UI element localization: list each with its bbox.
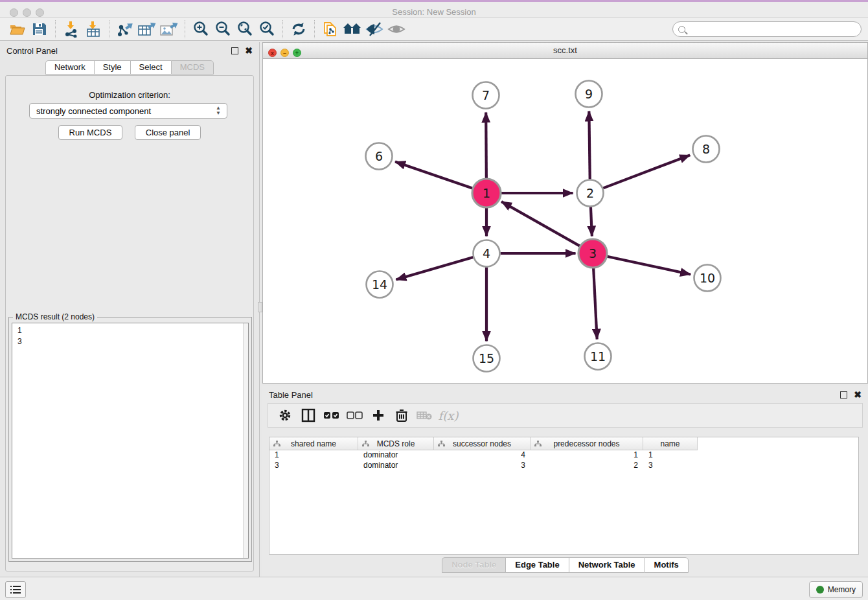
zoom-in-icon[interactable] — [190, 19, 212, 39]
toolbar-separator — [109, 20, 109, 38]
result-scrollbar[interactable] — [243, 323, 248, 558]
edge-2-3[interactable] — [591, 207, 592, 236]
graph-node-2[interactable]: 2 — [577, 180, 604, 207]
network-window-title: scc.txt — [263, 43, 867, 58]
graph-node-6[interactable]: 6 — [366, 143, 393, 170]
import-table-icon[interactable] — [82, 19, 104, 39]
task-history-button[interactable] — [5, 581, 26, 598]
add-column-icon[interactable] — [367, 406, 390, 425]
edge-2-9[interactable] — [589, 111, 589, 179]
close-panel-icon[interactable]: ✖ — [245, 46, 253, 55]
table-cell[interactable]: 4 — [434, 450, 531, 461]
open-session-icon[interactable] — [6, 19, 29, 39]
panel-divider-grip[interactable] — [258, 302, 262, 312]
graph-node-11[interactable]: 11 — [585, 343, 611, 370]
show-details-icon[interactable] — [385, 19, 407, 39]
column-header-name[interactable]: name — [643, 437, 698, 450]
save-session-icon[interactable] — [29, 19, 51, 39]
toolbar-separator — [282, 20, 283, 38]
table-cell[interactable]: 1 — [643, 450, 698, 461]
edge-1-6[interactable] — [395, 162, 474, 189]
tab-network[interactable]: Network — [45, 60, 94, 75]
table-cell[interactable]: 1 — [269, 450, 358, 461]
mcds-result-text[interactable]: 13 — [12, 323, 249, 559]
first-neighbors-icon[interactable] — [341, 19, 363, 39]
columns-icon[interactable] — [297, 406, 320, 425]
table-cell[interactable]: 1 — [531, 450, 643, 461]
table-row[interactable]: 3dominator323 — [269, 461, 858, 471]
function-builder-icon[interactable]: f(x) — [437, 406, 460, 425]
table-cell[interactable]: 3 — [269, 461, 358, 471]
graph-node-9[interactable]: 9 — [576, 81, 602, 108]
import-network-icon[interactable] — [60, 19, 82, 39]
float-panel-icon[interactable] — [231, 47, 238, 54]
tab-edge-table[interactable]: Edge Table — [505, 557, 568, 573]
graph-node-3[interactable]: 3 — [578, 239, 607, 268]
export-table-icon[interactable] — [136, 19, 158, 39]
tab-motifs[interactable]: Motifs — [645, 557, 689, 573]
search-input[interactable] — [688, 23, 861, 36]
edge-1-7[interactable] — [486, 112, 486, 179]
table-header-row: shared nameMCDS rolesuccessor nodesprede… — [269, 437, 858, 450]
edge-2-8[interactable] — [603, 155, 690, 188]
graph-node-10[interactable]: 10 — [694, 265, 721, 292]
column-header-predecessor-nodes[interactable]: predecessor nodes — [531, 437, 643, 450]
tab-style[interactable]: Style — [94, 60, 130, 75]
memory-button[interactable]: Memory — [809, 581, 863, 598]
tab-network-table[interactable]: Network Table — [569, 557, 645, 573]
dropdown-stepper-icon: ▲▼ — [215, 106, 222, 116]
hide-details-icon[interactable] — [363, 19, 385, 39]
gear-icon[interactable] — [273, 406, 297, 425]
search-field[interactable] — [672, 21, 862, 37]
node-label: 15 — [479, 351, 494, 365]
graph-node-1[interactable]: 1 — [472, 179, 501, 207]
graph-node-8[interactable]: 8 — [693, 136, 720, 163]
column-header-shared-name[interactable]: shared name — [269, 437, 358, 450]
graph-node-14[interactable]: 14 — [367, 271, 393, 298]
close-panel-button[interactable]: Close panel — [135, 125, 201, 140]
edge-3-10[interactable] — [606, 257, 691, 275]
network-maximize-button[interactable]: + — [293, 49, 301, 57]
edge-3-1[interactable] — [501, 202, 580, 246]
search-icon — [678, 26, 685, 33]
column-header-successor-nodes[interactable]: successor nodes — [434, 437, 531, 450]
delete-table-icon[interactable] — [413, 406, 437, 425]
table-cell[interactable]: dominator — [358, 461, 434, 471]
network-close-button[interactable]: x — [268, 49, 277, 57]
node-label: 7 — [482, 88, 490, 102]
select-all-icon[interactable] — [320, 406, 343, 425]
refresh-icon[interactable] — [288, 19, 310, 39]
network-view-window: x–+ scc.txt 7968124314101511 — [262, 42, 868, 384]
edge-4-14[interactable] — [396, 257, 473, 280]
table-cell[interactable]: dominator — [358, 450, 434, 461]
table-row[interactable]: 1dominator411 — [269, 450, 858, 461]
close-table-panel-icon[interactable]: ✖ — [854, 390, 862, 399]
graph-node-4[interactable]: 4 — [474, 240, 500, 267]
export-network-icon[interactable] — [114, 19, 136, 39]
zoom-selected-icon[interactable] — [256, 19, 278, 39]
list-icon — [10, 586, 21, 594]
criterion-dropdown[interactable]: strongly connected component ▲▼ — [29, 103, 227, 119]
tab-node-table[interactable]: Node Table — [442, 557, 505, 573]
graph-node-15[interactable]: 15 — [474, 345, 500, 372]
edge-3-11[interactable] — [593, 267, 597, 339]
zoom-out-icon[interactable] — [212, 19, 234, 39]
export-image-icon[interactable] — [158, 19, 180, 39]
network-window-titlebar[interactable]: x–+ scc.txt — [263, 43, 867, 59]
delete-icon[interactable] — [390, 406, 413, 425]
table-cell[interactable]: 3 — [434, 461, 531, 471]
zoom-fit-icon[interactable] — [234, 19, 256, 39]
run-mcds-button[interactable]: Run MCDS — [58, 125, 123, 140]
network-canvas[interactable]: 7968124314101511 — [263, 59, 867, 383]
graph-node-7[interactable]: 7 — [473, 82, 499, 109]
column-header-MCDS-role[interactable]: MCDS role — [358, 437, 434, 450]
node-table[interactable]: shared nameMCDS rolesuccessor nodesprede… — [269, 437, 859, 555]
tab-select[interactable]: Select — [130, 60, 171, 75]
deselect-all-icon[interactable] — [343, 406, 367, 425]
clone-network-icon[interactable] — [319, 19, 341, 39]
tab-mcds[interactable]: MCDS — [171, 60, 214, 75]
network-minimize-button[interactable]: – — [280, 49, 289, 57]
float-table-panel-icon[interactable] — [840, 391, 847, 398]
table-cell[interactable]: 2 — [531, 461, 643, 471]
table-cell[interactable]: 3 — [643, 461, 698, 471]
